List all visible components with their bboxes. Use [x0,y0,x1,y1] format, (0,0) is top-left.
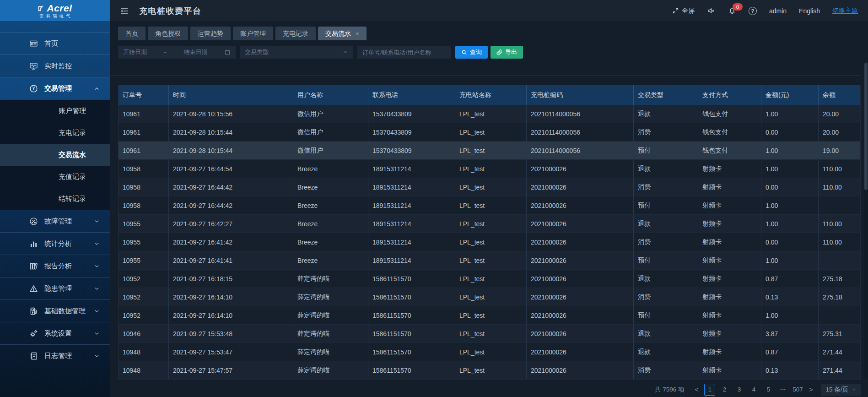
table-row[interactable]: 10955 2021-09-27 16:42:27 Breeze 1891531… [119,215,860,233]
table-row[interactable]: 10955 2021-09-27 16:41:42 Breeze 1891531… [119,233,860,251]
cell-amount: 0.13 [761,361,819,379]
table-row[interactable]: 10948 2021-09-27 15:47:57 薛定谔的喵 15861151… [119,361,860,380]
cell-amount: 1.00 [761,160,819,178]
cell-phone: 18915311214 [368,251,455,269]
cell-balance: 110.00 [819,160,860,178]
cell-station-name: LPL_test [455,178,527,196]
table-row[interactable]: 10952 2021-09-27 16:18:15 薛定谔的喵 15861151… [119,270,860,288]
export-button[interactable]: 导出 [491,46,523,59]
sidebar-subitem-transaction-flow[interactable]: 交易流水 [0,144,110,166]
tab-charging-records[interactable]: 充电记录 [275,27,316,40]
table-row[interactable]: 10952 2021-09-27 16:14:10 薛定谔的喵 15861151… [119,288,860,306]
close-icon[interactable]: × [356,30,359,37]
transaction-type-select[interactable]: 交易类型 [240,46,353,59]
prev-page-button[interactable]: < [692,386,701,393]
sidebar-item-base-data-management[interactable]: 基础数据管理 [0,299,110,322]
cell-payment-method: 射频卡 [698,178,761,196]
brand-logo: Acrel 安科瑞电气 [0,0,110,22]
cell-pile-code: 20210114000056 [527,141,634,159]
sidebar-item-transaction-management[interactable]: ¥ 交易管理 [0,77,110,99]
sidebar-item-system-settings[interactable]: 系统设置 [0,322,110,344]
pagination: 共 7596 项 < 1 2 3 4 5 ••• 507 > 15 条/页 [110,384,861,396]
stats-icon [28,239,39,249]
scrollbar-thumb[interactable] [864,63,868,190]
cell-order-number: 10955 [119,215,169,233]
fullscreen-button[interactable]: 全屏 [672,7,695,15]
tab-transaction-flow[interactable]: 交易流水× [318,27,367,40]
language-switch[interactable]: English [799,7,820,15]
tab-role-authorization[interactable]: 角色授权 [148,27,188,40]
sidebar-subitem-recharge-records[interactable]: 充值记录 [0,166,110,188]
notification-bell-icon[interactable]: 0 [728,7,736,15]
cell-time: 2021-09-27 15:53:48 [169,325,293,343]
cell-payment-method: 射频卡 [698,343,761,361]
search-input[interactable] [357,46,451,59]
table-row[interactable]: 10961 2021-09-28 10:15:56 微信用户 153704338… [119,105,860,123]
table-row[interactable]: 10952 2021-09-27 16:14:10 薛定谔的喵 15861151… [119,306,860,325]
page-number[interactable]: 3 [733,384,744,396]
table-row[interactable]: 10961 2021-09-28 10:15:44 微信用户 153704338… [119,141,860,160]
chevron-down-icon [94,241,100,247]
speaker-muted-icon[interactable] [707,6,716,15]
tab-account-management[interactable]: 账户管理 [233,27,273,40]
page-number[interactable]: 5 [763,384,774,396]
cell-station-name: LPL_test [455,123,527,141]
transactions-table: 订单号 时间 用户名称 联系电话 充电站名称 充电桩编码 交易类型 支付方式 金… [118,85,861,380]
theme-toggle-link[interactable]: 切换主题 [832,7,858,15]
page-number[interactable]: 2 [719,384,730,396]
cell-order-number: 10955 [119,233,169,251]
cell-balance: 275.31 [819,325,860,343]
cell-station-name: LPL_test [455,270,527,288]
cell-time: 2021-09-27 15:53:47 [169,343,293,361]
column-header: 充电桩编码 [527,85,634,105]
page-number[interactable]: ••• [777,384,788,396]
next-page-button[interactable]: > [807,386,815,393]
cell-pile-code: 2021000026 [527,233,634,251]
cell-phone: 15370433809 [368,105,455,123]
collapse-sidebar-icon[interactable] [120,6,129,16]
username[interactable]: admin [769,7,787,15]
table-row[interactable]: 10958 2021-09-27 16:44:42 Breeze 1891531… [119,196,860,215]
top-bar: Acrel 安科瑞电气 充电桩收费平台 全屏 [0,0,868,22]
date-range-picker[interactable]: 开始日期 ~ 结束日期 [118,46,236,59]
sidebar-subitem-account-management[interactable]: 账户管理 [0,100,110,122]
cell-transaction-type: 预付 [634,141,698,159]
cell-station-name: LPL_test [455,306,527,324]
table-row[interactable]: 10948 2021-09-27 15:53:47 薛定谔的喵 15861151… [119,343,860,361]
page-number[interactable]: 4 [748,384,759,396]
page-number[interactable]: 1 [704,384,715,396]
cell-user-name: 薛定谔的喵 [293,270,368,288]
tab-operation-trends[interactable]: 运营趋势 [190,27,231,40]
sidebar-item-hazard-management[interactable]: 隐患管理 [0,277,110,299]
cell-transaction-type: 消费 [634,288,698,306]
cell-pile-code: 2021000026 [527,288,634,306]
cell-amount: 0.00 [761,233,819,251]
page-number[interactable]: 507 [792,384,803,396]
cell-payment-method: 射频卡 [698,196,761,214]
query-button[interactable]: 查询 [455,46,488,59]
sidebar-item-home[interactable]: 首页 [0,32,110,54]
brand-subtitle: 安科瑞电气 [37,14,73,18]
cell-payment-method: 射频卡 [698,325,761,343]
column-header: 订单号 [119,85,169,105]
table-row[interactable]: 10958 2021-09-27 16:44:54 Breeze 1891531… [119,160,860,178]
tab-home[interactable]: 首页 [118,27,146,40]
cell-order-number: 10946 [119,325,169,343]
sidebar-item-statistics-analysis[interactable]: 统计分析 [0,232,110,255]
sidebar-item-report-analysis[interactable]: 报告分析 [0,255,110,277]
chevron-down-icon [343,49,348,55]
sidebar-subitem-charging-records[interactable]: 充电记录 [0,122,110,144]
help-icon[interactable]: ? [749,7,757,15]
sidebar-item-fault-management[interactable]: 故障管理 [0,210,110,232]
table-row[interactable]: 10961 2021-09-28 10:15:44 微信用户 153704338… [119,123,860,141]
cell-order-number: 10952 [119,270,169,288]
sidebar-item-log-management[interactable]: 日志管理 [0,344,110,367]
table-row[interactable]: 10946 2021-09-27 15:53:48 薛定谔的喵 15861151… [119,325,860,343]
scrollbar-track[interactable] [864,63,868,379]
sidebar-subitem-carryover-records[interactable]: 结转记录 [0,188,110,210]
table-row[interactable]: 10958 2021-09-27 16:44:42 Breeze 1891531… [119,178,860,196]
table-row[interactable]: 10955 2021-09-27 16:41:41 Breeze 1891531… [119,251,860,270]
sidebar-item-realtime-monitor[interactable]: 实时监控 [0,54,110,77]
cell-user-name: Breeze [293,251,368,269]
page-size-select[interactable]: 15 条/页 [821,384,861,396]
